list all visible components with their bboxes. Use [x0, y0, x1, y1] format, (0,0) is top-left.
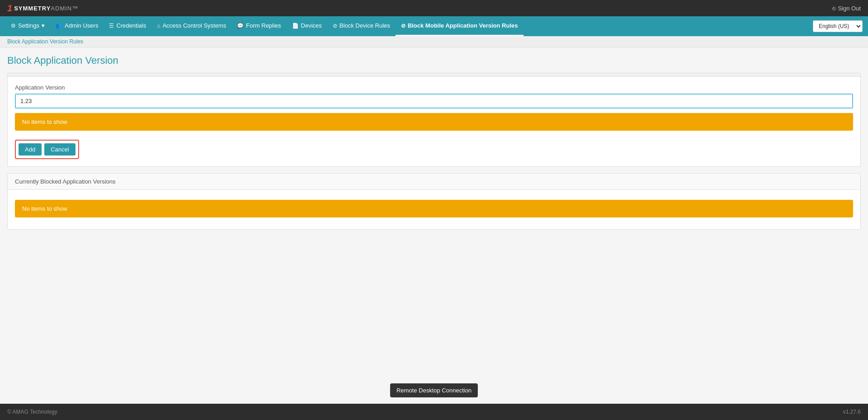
- breadcrumb: Block Application Version Rules: [0, 36, 868, 47]
- cancel-button[interactable]: Cancel: [44, 143, 75, 156]
- version-input[interactable]: [15, 94, 853, 109]
- breadcrumb-link[interactable]: Block Application Version Rules: [7, 38, 83, 45]
- nav-items: ⚙ Settings ▾ 👥 Admin Users ☰ Credentials…: [5, 16, 524, 36]
- add-version-card: Application Version No items to show Add…: [7, 73, 861, 167]
- access-control-icon: ⌂: [157, 23, 160, 29]
- sign-out-label: Sign Out: [838, 5, 861, 12]
- nav-label-block-mobile-app: Block Mobile Application Version Rules: [408, 22, 518, 29]
- credentials-icon: ☰: [109, 23, 114, 29]
- logo-text: SYMMETRYADMIN™: [14, 5, 78, 12]
- nav-item-devices[interactable]: 📄 Devices: [287, 16, 327, 36]
- nav-label-settings: Settings: [18, 22, 39, 29]
- sign-out-button[interactable]: ⎋ Sign Out: [832, 5, 861, 12]
- nav-bar: ⚙ Settings ▾ 👥 Admin Users ☰ Credentials…: [0, 16, 868, 36]
- blocked-section-header: Currently Blocked Application Versions: [8, 174, 860, 190]
- nav-label-access-control: Access Control Systems: [162, 22, 226, 29]
- sign-out-icon: ⎋: [832, 5, 836, 12]
- devices-icon: 📄: [292, 23, 299, 29]
- top-bar: 1 SYMMETRYADMIN™ ⎋ Sign Out: [0, 0, 868, 16]
- block-device-rules-icon: ⊘: [333, 23, 337, 29]
- blocked-no-items-warning: No items to show: [15, 200, 853, 217]
- footer-copyright: © AMAG Technology: [7, 409, 57, 415]
- footer-version: v1.27.6: [843, 409, 861, 415]
- add-button[interactable]: Add: [19, 143, 42, 156]
- nav-item-credentials[interactable]: ☰ Credentials: [104, 16, 151, 36]
- nav-item-settings[interactable]: ⚙ Settings ▾: [5, 16, 50, 36]
- nav-label-block-device-rules: Block Device Rules: [340, 22, 390, 29]
- nav-item-block-device-rules[interactable]: ⊘ Block Device Rules: [327, 16, 396, 36]
- card-top-bar: [8, 73, 860, 77]
- settings-icon: ⚙: [11, 23, 16, 29]
- version-label: Application Version: [15, 84, 853, 91]
- form-replies-icon: 💬: [237, 23, 244, 29]
- page-title: Block Application Version: [7, 55, 861, 66]
- blocked-section-content: No items to show: [8, 190, 860, 229]
- chevron-down-icon: ▾: [42, 22, 45, 29]
- logo-suffix: ADMIN™: [51, 5, 78, 12]
- block-mobile-app-icon: ⊘: [401, 23, 406, 29]
- main-content: Block Application Version Application Ve…: [0, 47, 868, 404]
- language-selector[interactable]: English (US) Spanish French: [813, 20, 863, 32]
- footer: © AMAG Technology v1.27.6: [0, 404, 868, 420]
- no-items-warning: No items to show: [15, 113, 853, 131]
- logo: 1 SYMMETRYADMIN™: [7, 3, 78, 14]
- nav-label-devices: Devices: [301, 22, 322, 29]
- nav-label-admin-users: Admin Users: [65, 22, 98, 29]
- nav-item-block-mobile-app[interactable]: ⊘ Block Mobile Application Version Rules: [396, 16, 524, 36]
- nav-item-admin-users[interactable]: 👥 Admin Users: [50, 16, 104, 36]
- nav-label-credentials: Credentials: [116, 22, 146, 29]
- logo-icon: 1: [7, 3, 12, 14]
- action-button-group: Add Cancel: [15, 140, 79, 159]
- admin-users-icon: 👥: [56, 23, 62, 29]
- card-body: Application Version No items to show Add…: [8, 77, 860, 166]
- nav-item-access-control[interactable]: ⌂ Access Control Systems: [151, 16, 231, 36]
- nav-item-form-replies[interactable]: 💬 Form Replies: [231, 16, 286, 36]
- blocked-versions-card: Currently Blocked Application Versions N…: [7, 173, 861, 230]
- nav-label-form-replies: Form Replies: [246, 22, 281, 29]
